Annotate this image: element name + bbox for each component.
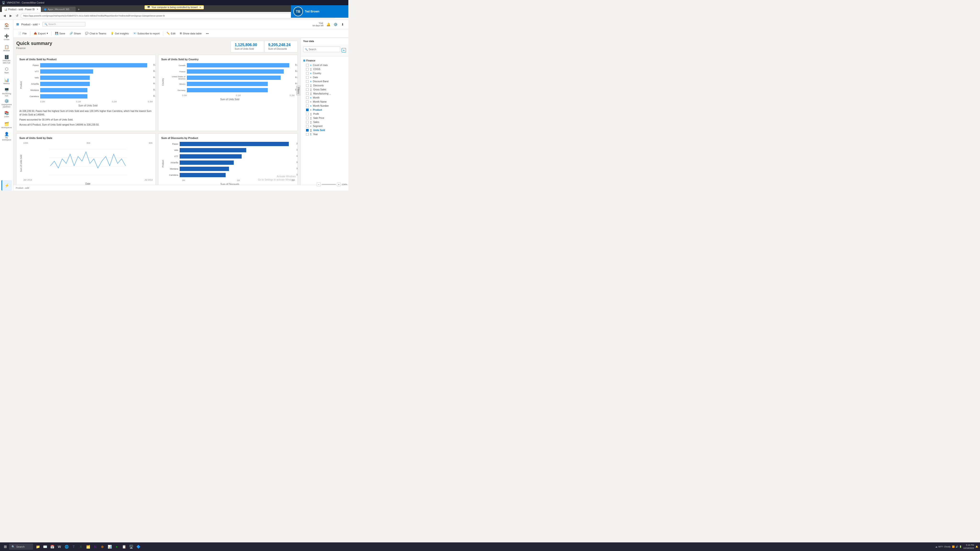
filter-search-input[interactable]	[309, 48, 339, 51]
bar-label: France	[165, 71, 185, 73]
filter-checkbox-segment[interactable]	[306, 125, 309, 127]
tab-m365[interactable]: 🔷 Apps | Microsoft 365 ✕	[41, 7, 76, 12]
chart-date-body: Sum of Units Sold 100K 80K 60K	[19, 142, 153, 185]
sidebar-item-create[interactable]: ➕ Create	[2, 32, 12, 43]
filter-item-discounts[interactable]: ∑ Discounts	[303, 83, 346, 87]
add-filter-button[interactable]: +	[342, 48, 346, 52]
filter-item-sales[interactable]: ∑ Sales	[303, 120, 346, 124]
chat-button[interactable]: 💬 Chat in Teams	[83, 30, 108, 37]
save-icon: 💾	[55, 32, 58, 35]
download-icon[interactable]: ⬇	[340, 22, 345, 27]
filter-item-units_sold[interactable]: ∑ Units Sold	[303, 128, 346, 132]
filter-label-gross_sales: Gross Sales	[313, 88, 326, 91]
bar-row: Amarilla 0.16M	[23, 82, 153, 86]
sidebar-item-datahub[interactable]: 🗄️ OneLake data hub	[2, 54, 12, 65]
zoom-slider[interactable]	[321, 184, 336, 185]
filter-item-cogs[interactable]: ∑ COGS	[303, 67, 346, 71]
filter-search-box[interactable]: 🔍	[303, 46, 340, 52]
grid-icon[interactable]: ⊞	[16, 22, 19, 26]
tab-m365-close[interactable]: ✕	[71, 8, 73, 11]
bar-container: 1.2M	[180, 167, 294, 171]
remote-control-banner: 🖥️ Your computer is being controlled by …	[145, 5, 204, 10]
sidebar-item-apps[interactable]: ⬡ Apps	[2, 65, 12, 76]
back-button[interactable]: ◀	[2, 13, 7, 18]
filter-item-discount_band[interactable]: ≡ Discount Band	[303, 79, 346, 83]
filter-checkbox-manufacturing[interactable]	[306, 92, 309, 95]
address-bar[interactable]: https://app.powerbi.com/groups/me/report…	[21, 13, 336, 18]
bar-value: 0.15M	[153, 89, 156, 91]
filter-item-manufacturing[interactable]: ∑ Manufacturing ...	[303, 92, 346, 96]
sidebar: 🏠 Home ➕ Create 📋 Browse 🗄️ OneLake data…	[0, 20, 13, 191]
filters-tab[interactable]: Filters	[296, 86, 301, 95]
save-button[interactable]: 💾 Save	[53, 30, 67, 37]
data-table-button[interactable]: ⊞ Show data table	[178, 30, 204, 37]
tab-powerbi-close[interactable]: ✕	[37, 8, 38, 11]
export-button[interactable]: 📤 Export ▾	[32, 30, 50, 37]
filter-checkbox-discounts[interactable]	[306, 84, 309, 87]
filter-item-segment[interactable]: ≡ Segment	[303, 124, 346, 128]
sidebar-item-learn[interactable]: 📚 Learn	[2, 109, 12, 119]
filter-item-month_number[interactable]: ≡ Month Number	[303, 104, 346, 108]
filter-checkbox-year[interactable]	[306, 133, 309, 136]
filter-checkbox-discount_band[interactable]	[306, 80, 309, 83]
sidebar-item-workspace[interactable]: 🗂️ Workspaces	[2, 120, 12, 130]
bar-fill	[180, 173, 226, 177]
filter-item-product[interactable]: ≡ Product	[303, 108, 346, 112]
filter-checkbox-profit[interactable]	[306, 113, 309, 115]
sidebar-item-browse[interactable]: 📋 Browse	[2, 43, 12, 54]
filter-item-sale_price[interactable]: ∑ Sale Price	[303, 116, 346, 120]
bar-fill	[187, 88, 268, 92]
filter-checkbox-cogs[interactable]	[306, 68, 309, 71]
finance-group-header[interactable]: ⊞ Finance	[303, 58, 346, 63]
filter-label-segment: Segment	[313, 125, 323, 127]
filter-checkbox-units_sold[interactable]	[306, 129, 309, 132]
filter-item-month_name[interactable]: ≡ Month Name	[303, 100, 346, 104]
filter-checkbox-date[interactable]	[306, 76, 309, 79]
forward-button[interactable]: ▶	[8, 13, 13, 18]
filter-item-profit[interactable]: ∑ Profit	[303, 112, 346, 116]
filter-item-gross_sales[interactable]: ∑ Gross Sales	[303, 87, 346, 92]
sidebar-item-monitoring[interactable]: 🖥️ Monitoring hub	[2, 87, 12, 98]
file-button[interactable]: 📄 File	[16, 30, 29, 37]
filter-checkbox-month_number[interactable]	[306, 105, 309, 107]
filter-checkbox-product[interactable]	[306, 109, 309, 111]
sidebar-item-home[interactable]: 🏠 Home	[2, 21, 12, 32]
monitoring-label: Monitoring hub	[2, 93, 12, 97]
filter-checkbox-gross_sales[interactable]	[306, 88, 309, 91]
filter-item-month[interactable]: ≡ Month	[303, 96, 346, 100]
sidebar-item-pipelines[interactable]: ⚙️ Deployment pipelines	[2, 98, 12, 109]
edit-button[interactable]: ✏️ Edit	[165, 30, 177, 37]
header-search[interactable]: 🔍 Search	[42, 22, 86, 27]
filter-items-list: ≡ Count of rows ∑ COGS ≡ Country ≡ Date …	[303, 63, 346, 136]
filter-checkbox-sales[interactable]	[306, 121, 309, 124]
filter-item-country[interactable]: ≡ Country	[303, 71, 346, 75]
more-button[interactable]: •••	[204, 30, 211, 37]
refresh-button[interactable]: ↺	[14, 13, 20, 18]
sidebar-item-myworkspace[interactable]: 👤 My workspace	[2, 131, 12, 141]
new-tab-button[interactable]: +	[76, 7, 81, 12]
remote-banner-close[interactable]: ✕	[199, 6, 201, 9]
subscribe-button[interactable]: 📧 Subscribe to report	[131, 30, 162, 37]
tab-powerbi[interactable]: 📊 Product - sold - Power BI ✕	[2, 7, 41, 12]
filter-checkbox-month_name[interactable]	[306, 100, 309, 103]
bar-label: Carretera	[23, 95, 39, 98]
zoom-out-button[interactable]: −	[317, 183, 321, 186]
avatar-initials: TB	[296, 10, 301, 13]
filter-item-count_rows[interactable]: ≡ Count of rows	[303, 63, 346, 67]
trial-info: Trial: 58 days left	[312, 22, 323, 27]
insights-button[interactable]: 💡 Get insights	[109, 30, 130, 37]
x-tick: 0.1M	[236, 94, 241, 97]
filter-checkbox-country[interactable]	[306, 72, 309, 75]
notifications-icon[interactable]: 🔔	[325, 22, 331, 27]
filter-checkbox-sale_price[interactable]	[306, 117, 309, 119]
zoom-in-button[interactable]: +	[337, 183, 341, 186]
settings-icon[interactable]: ⚙️	[332, 22, 338, 27]
sidebar-item-powerbi[interactable]: ⚡	[2, 180, 12, 191]
filter-checkbox-count_rows[interactable]	[306, 64, 309, 67]
filter-item-year[interactable]: Σ Year	[303, 132, 346, 136]
share-button[interactable]: 🔗 Share	[68, 30, 83, 37]
sum-icon: ∑	[310, 84, 312, 87]
sidebar-item-metrics[interactable]: 📊 Metrics	[2, 76, 12, 87]
filter-checkbox-month[interactable]	[306, 96, 309, 99]
filter-item-date[interactable]: ≡ Date	[303, 75, 346, 79]
